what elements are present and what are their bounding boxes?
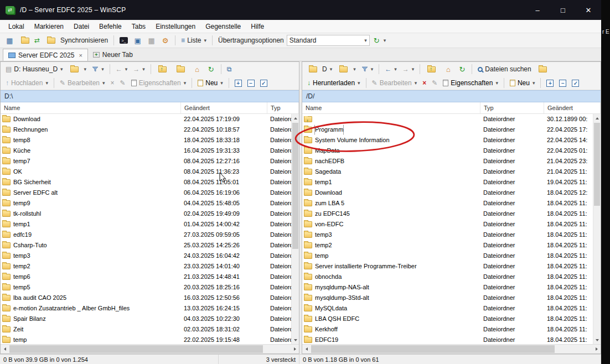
table-row[interactable]: temp3Dateiordner18.04.2025 11: xyxy=(302,230,601,240)
table-row[interactable]: Rechnungen22.04.2025 10:18:57Dateiordner xyxy=(1,124,299,135)
table-row[interactable]: temp101.04.2025 14:00:42Dateiordner xyxy=(1,219,299,230)
sync-panel-button[interactable] xyxy=(534,65,552,74)
table-row[interactable]: e-motion Zusatzantrieb _ Alber GmbH_file… xyxy=(1,303,299,314)
scroll-up-icon[interactable] xyxy=(593,114,601,122)
column-type[interactable]: Typ xyxy=(480,102,544,113)
transfer-profile-combo[interactable]: Standard ▾ xyxy=(287,35,370,46)
table-row[interactable]: zum LBA 5Dateiordner18.04.2025 11: xyxy=(302,198,601,209)
table-row[interactable]: temp904.04.2025 15:48:05Dateiordner xyxy=(1,198,299,209)
back-button[interactable]: ←▾ xyxy=(382,65,400,74)
filter-button[interactable]: ▾ xyxy=(359,65,376,74)
edit-button[interactable]: ✎ Bearbeiten ▾ xyxy=(369,78,420,88)
table-row[interactable]: BG Sicherheit08.04.2025 11:05:01Dateiord… xyxy=(1,177,299,188)
session-button[interactable]: ▣ xyxy=(131,35,144,46)
table-row[interactable]: lba audit CAO 202516.03.2025 12:50:56Dat… xyxy=(1,293,299,303)
scroll-left-icon[interactable] xyxy=(302,345,311,353)
edit-button[interactable]: ✎ Bearbeiten ▾ xyxy=(57,78,108,88)
menu-einstellungen[interactable]: Einstellungen xyxy=(151,23,200,30)
table-row[interactable]: LBA QSH EDFCDateiordner18.04.2025 11: xyxy=(302,314,601,324)
new-button[interactable]: Neu ▾ xyxy=(507,78,538,88)
scroll-up-icon[interactable] xyxy=(292,114,299,122)
scroll-thumb[interactable] xyxy=(292,123,298,249)
table-row[interactable]: Server EDFC alt06.04.2025 16:19:06Dateio… xyxy=(1,188,299,198)
table-row[interactable]: temp1Dateiordner19.04.2025 11: xyxy=(302,177,601,188)
menu-lokal[interactable]: Lokal xyxy=(3,23,29,30)
local-vertical-scrollbar[interactable] xyxy=(291,114,299,344)
find-files-button[interactable]: Dateien suchen xyxy=(475,64,534,74)
parent-directory-button[interactable] xyxy=(154,65,172,74)
table-row[interactable]: tk-rollstuhl02.04.2025 19:49:09Dateiordn… xyxy=(1,209,299,219)
local-horizontal-scrollbar[interactable] xyxy=(1,344,299,353)
table-row[interactable]: Csharp-Tuto25.03.2025 14:25:26Dateiordne… xyxy=(1,240,299,251)
table-row[interactable]: Spair Bilanz04.03.2025 10:22:30Dateiordn… xyxy=(1,314,299,324)
tab-new[interactable]: + Neuer Tab xyxy=(88,49,138,61)
table-row[interactable]: tempDateiordner18.04.2025 11: xyxy=(302,251,601,261)
tab-server-edfc-2025[interactable]: Server EDFC 2025 × xyxy=(3,49,88,61)
home-directory-button[interactable]: ⌂ xyxy=(441,64,455,75)
refresh-button[interactable]: ↻ xyxy=(204,64,218,75)
minimize-button[interactable]: – xyxy=(525,0,550,20)
column-modified[interactable]: Geändert xyxy=(544,102,601,113)
copy-path-button[interactable]: ⧉ xyxy=(224,65,235,74)
select-add-button[interactable]: + xyxy=(544,79,556,88)
scroll-down-icon[interactable] xyxy=(292,336,299,344)
table-row[interactable]: mysqldump-NAS-altDateiordner18.04.2025 1… xyxy=(302,282,601,293)
menu-hilfe[interactable]: Hilfe xyxy=(246,23,269,30)
delete-button[interactable]: × xyxy=(108,79,117,87)
table-row[interactable]: Dateiordner30.12.1899 00: xyxy=(302,114,601,124)
open-directory-button[interactable]: ▾ xyxy=(66,65,90,74)
column-modified[interactable]: Geändert xyxy=(181,102,267,113)
scroll-thumb[interactable] xyxy=(594,123,600,206)
table-row[interactable]: MapDataDateiordner22.04.2025 01: xyxy=(302,145,601,156)
synchronize-button[interactable]: Synchronisieren xyxy=(43,35,111,45)
delete-button[interactable]: × xyxy=(420,79,429,87)
table-row[interactable]: SagedataDateiordner21.04.2025 11: xyxy=(302,167,601,177)
table-row[interactable]: temp621.03.2025 14:48:41Dateiordner xyxy=(1,272,299,282)
refresh-button[interactable]: ↻ xyxy=(455,64,469,75)
menu-befehle[interactable]: Befehle xyxy=(94,23,127,30)
table-row[interactable]: temp520.03.2025 18:25:16Dateiordner xyxy=(1,282,299,293)
scroll-down-icon[interactable] xyxy=(593,336,601,344)
menu-datei[interactable]: Datei xyxy=(69,23,94,30)
forward-button[interactable]: →▾ xyxy=(400,65,417,74)
properties-button[interactable]: Eigenschaften ▾ xyxy=(440,78,501,88)
select-invert-button[interactable]: ✓ xyxy=(257,79,270,88)
transfer-settings-button[interactable]: ↻ ▾ xyxy=(370,35,389,46)
queue-panel-button[interactable]: ▦ xyxy=(3,35,17,46)
view-list-button[interactable]: ≡ Liste ▾ xyxy=(178,35,209,45)
remote-path-bar[interactable]: /D/ xyxy=(302,90,601,102)
scroll-thumb[interactable] xyxy=(9,345,263,353)
table-row[interactable]: EDFC19Dateiordner18.04.2025 11: xyxy=(302,335,601,344)
rename-button[interactable]: ✎ xyxy=(429,79,440,87)
table-row[interactable]: MySQLdataDateiordner18.04.2025 11: xyxy=(302,303,601,314)
table-row[interactable]: temp2Dateiordner18.04.2025 11: xyxy=(302,240,601,251)
table-row[interactable]: Server installierte Programme-TreiberDat… xyxy=(302,261,601,272)
scroll-thumb[interactable] xyxy=(311,345,555,353)
remote-horizontal-scrollbar[interactable] xyxy=(302,344,601,353)
open-directory-button[interactable]: ▾ xyxy=(335,65,359,74)
table-row[interactable]: Küche16.04.2025 19:31:33Dateiordner xyxy=(1,145,299,156)
menu-gegenstelle[interactable]: Gegenstelle xyxy=(200,23,246,30)
scroll-right-icon[interactable] xyxy=(291,345,299,353)
table-row[interactable]: temp708.04.2025 12:27:16Dateiordner xyxy=(1,156,299,167)
menu-tabs[interactable]: Tabs xyxy=(127,23,151,30)
remote-drive-combo[interactable]: D ▾ xyxy=(304,64,335,74)
table-row[interactable]: nachEDFBDateiordner21.04.2025 23: xyxy=(302,156,601,167)
table-row[interactable]: von-EDFCDateiordner18.04.2025 11: xyxy=(302,219,601,230)
tab-close-icon[interactable]: × xyxy=(79,52,82,59)
forward-button[interactable]: →▾ xyxy=(130,65,148,74)
select-remove-button[interactable]: − xyxy=(245,79,257,88)
scroll-right-icon[interactable] xyxy=(592,345,601,353)
close-button[interactable]: ✕ xyxy=(576,0,601,20)
table-row[interactable]: temp223.03.2025 14:01:40Dateiordner xyxy=(1,261,299,272)
table-row[interactable]: temp22.02.2025 19:15:48Dateiordner xyxy=(1,335,299,344)
properties-button[interactable]: Eigenschaften ▾ xyxy=(128,78,189,88)
select-invert-button[interactable]: ✓ xyxy=(569,79,582,88)
table-row[interactable]: Zeit02.03.2025 18:31:02Dateiordner xyxy=(1,324,299,335)
select-remove-button[interactable]: − xyxy=(556,79,569,88)
filter-button[interactable]: ▾ xyxy=(89,65,107,74)
table-row[interactable]: DownloadDateiordner18.04.2025 12: xyxy=(302,188,601,198)
table-row[interactable]: System Volume InformationDateiordner22.0… xyxy=(302,135,601,145)
table-row[interactable]: KerkhoffDateiordner18.04.2025 11: xyxy=(302,324,601,335)
table-row[interactable]: zu EDFC145Dateiordner18.04.2025 11: xyxy=(302,209,601,219)
